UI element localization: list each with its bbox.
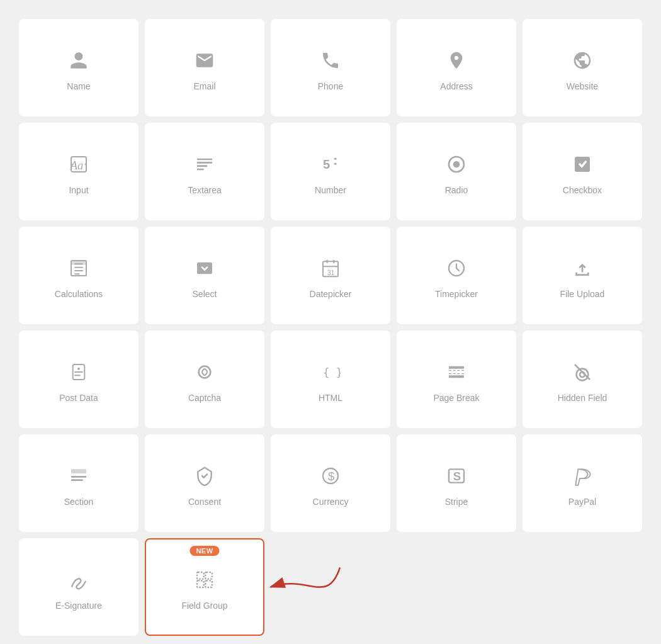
section-icon bbox=[67, 464, 91, 488]
card-input[interactable]: AaInput bbox=[19, 123, 138, 220]
section-label: Section bbox=[64, 497, 94, 507]
timepicker-icon bbox=[444, 256, 468, 280]
consent-label: Consent bbox=[188, 497, 221, 507]
card-phone[interactable]: Phone bbox=[271, 19, 390, 116]
svg-text:31: 31 bbox=[327, 268, 335, 276]
card-address[interactable]: Address bbox=[397, 19, 516, 116]
svg-rect-6 bbox=[71, 261, 86, 265]
select-icon bbox=[193, 256, 217, 280]
card-calculations[interactable]: Calculations bbox=[19, 227, 138, 324]
post-data-icon bbox=[67, 360, 91, 384]
email-label: Email bbox=[193, 81, 215, 91]
card-paypal[interactable]: PayPal bbox=[523, 434, 642, 532]
card-consent[interactable]: Consent bbox=[145, 434, 264, 532]
phone-icon bbox=[319, 48, 342, 72]
new-badge: NEW bbox=[189, 546, 219, 556]
card-select[interactable]: Select bbox=[145, 227, 264, 324]
stripe-icon: S bbox=[444, 464, 468, 488]
svg-rect-14 bbox=[71, 469, 86, 473]
post-data-label: Post Data bbox=[59, 393, 98, 403]
card-name[interactable]: Name bbox=[19, 19, 138, 116]
card-page-break[interactable]: Page Break bbox=[397, 330, 516, 428]
card-checkbox[interactable]: Checkbox bbox=[523, 123, 642, 220]
svg-text:$: $ bbox=[328, 469, 335, 482]
card-e-signature[interactable]: E-Signature bbox=[19, 538, 138, 636]
textarea-icon bbox=[193, 152, 217, 176]
page-break-icon bbox=[444, 360, 468, 384]
card-stripe[interactable]: SStripe bbox=[397, 434, 516, 532]
checkbox-icon bbox=[570, 152, 594, 176]
timepicker-label: Timepicker bbox=[435, 289, 478, 299]
card-number[interactable]: 5Number bbox=[271, 123, 390, 220]
currency-label: Currency bbox=[313, 497, 349, 507]
svg-rect-19 bbox=[197, 572, 204, 579]
calculations-icon bbox=[67, 256, 91, 280]
select-label: Select bbox=[193, 289, 217, 299]
svg-rect-22 bbox=[205, 580, 212, 587]
card-radio[interactable]: Radio bbox=[397, 123, 516, 220]
svg-rect-7 bbox=[197, 262, 212, 274]
phone-label: Phone bbox=[318, 81, 343, 91]
consent-icon bbox=[193, 464, 217, 488]
card-field-group[interactable]: NEWField Group bbox=[145, 538, 264, 636]
paypal-icon bbox=[570, 464, 594, 488]
field-group-label: Field Group bbox=[181, 601, 227, 611]
hidden-field-icon bbox=[570, 360, 594, 384]
stripe-label: Stripe bbox=[445, 497, 468, 507]
card-timepicker[interactable]: Timepicker bbox=[397, 227, 516, 324]
card-file-upload[interactable]: File Upload bbox=[523, 227, 642, 324]
captcha-icon bbox=[193, 360, 217, 384]
svg-rect-21 bbox=[197, 580, 204, 587]
card-section[interactable]: Section bbox=[19, 434, 138, 532]
card-hidden-field[interactable]: Hidden Field bbox=[523, 330, 642, 428]
textarea-label: Textarea bbox=[188, 185, 222, 195]
card-post-data[interactable]: Post Data bbox=[19, 330, 138, 428]
name-icon bbox=[67, 48, 91, 72]
address-icon bbox=[444, 48, 468, 72]
radio-icon bbox=[444, 152, 468, 176]
card-currency[interactable]: $Currency bbox=[271, 434, 390, 532]
card-captcha[interactable]: Captcha bbox=[145, 330, 264, 428]
e-signature-icon bbox=[67, 568, 91, 592]
number-icon: 5 bbox=[319, 152, 342, 176]
email-icon bbox=[193, 48, 217, 72]
svg-text:{  }: { } bbox=[323, 366, 341, 378]
checkbox-label: Checkbox bbox=[563, 185, 602, 195]
file-upload-icon bbox=[570, 256, 594, 280]
datepicker-icon: 31 bbox=[319, 256, 342, 280]
card-email[interactable]: Email bbox=[145, 19, 264, 116]
svg-point-3 bbox=[453, 161, 460, 167]
number-label: Number bbox=[315, 185, 346, 195]
file-upload-label: File Upload bbox=[560, 289, 605, 299]
name-label: Name bbox=[67, 81, 90, 91]
card-website[interactable]: Website bbox=[523, 19, 642, 116]
website-icon bbox=[570, 48, 594, 72]
html-icon: { } bbox=[319, 360, 342, 384]
e-signature-label: E-Signature bbox=[55, 601, 102, 611]
svg-point-11 bbox=[77, 367, 80, 370]
website-label: Website bbox=[567, 81, 598, 91]
currency-icon: $ bbox=[319, 464, 342, 488]
svg-rect-20 bbox=[205, 572, 212, 579]
card-html[interactable]: { }HTML bbox=[271, 330, 390, 428]
svg-text:S: S bbox=[453, 469, 461, 482]
radio-label: Radio bbox=[445, 185, 468, 195]
datepicker-label: Datepicker bbox=[310, 289, 352, 299]
field-group-icon bbox=[193, 568, 217, 592]
input-label: Input bbox=[69, 185, 88, 195]
paypal-label: PayPal bbox=[568, 497, 596, 507]
hidden-field-label: Hidden Field bbox=[558, 393, 607, 403]
input-icon: Aa bbox=[67, 152, 91, 176]
captcha-label: Captcha bbox=[188, 393, 221, 403]
html-label: HTML bbox=[319, 393, 342, 403]
svg-text:5: 5 bbox=[323, 157, 330, 171]
page-break-label: Page Break bbox=[433, 393, 479, 403]
field-type-grid: NameEmailPhoneAddressWebsiteAaInputTexta… bbox=[13, 13, 648, 642]
card-datepicker[interactable]: 31Datepicker bbox=[271, 227, 390, 324]
address-label: Address bbox=[440, 81, 472, 91]
card-textarea[interactable]: Textarea bbox=[145, 123, 264, 220]
calculations-label: Calculations bbox=[55, 289, 103, 299]
